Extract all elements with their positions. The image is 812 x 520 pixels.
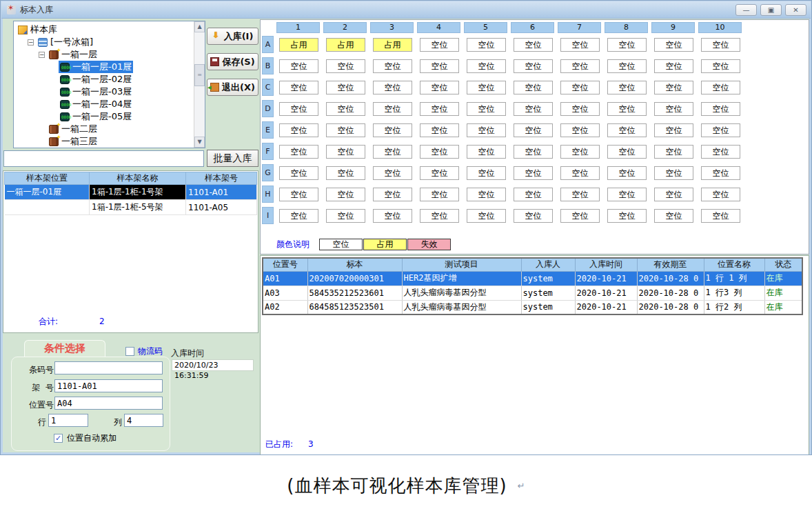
grid-cell-E4[interactable]: 空位 (420, 123, 459, 137)
grid-cell-F3[interactable]: 空位 (373, 145, 412, 159)
grid-cell-F4[interactable]: 空位 (420, 145, 459, 159)
grid-cell-D3[interactable]: 空位 (373, 102, 412, 116)
grid-cell-D4[interactable]: 空位 (420, 102, 459, 116)
auto-accumulate-checkbox[interactable]: ✓ (54, 434, 63, 443)
grid-cell-E3[interactable]: 空位 (373, 123, 412, 137)
grid-cell-B5[interactable]: 空位 (467, 59, 506, 73)
grid-cell-F6[interactable]: 空位 (514, 145, 553, 159)
grid-cell-I8[interactable]: 空位 (607, 209, 647, 223)
tree-item[interactable]: 一箱一层-02屉 (14, 73, 205, 86)
grid-cell-E7[interactable]: 空位 (560, 123, 600, 137)
logistics-checkbox[interactable] (125, 347, 134, 356)
tree-item-row[interactable]: [二号冰箱] (37, 148, 94, 148)
grid-cell-A5[interactable]: 空位 (467, 38, 506, 52)
grid-cell-D2[interactable]: 空位 (326, 102, 365, 116)
grid-cell-A10[interactable]: 空位 (701, 38, 740, 52)
grid-cell-F1[interactable]: 空位 (279, 145, 318, 159)
grid-cell-E6[interactable]: 空位 (514, 123, 553, 137)
grid-cell-C4[interactable]: 空位 (420, 81, 459, 94)
grid-cell-G8[interactable]: 空位 (607, 166, 647, 180)
rack-row[interactable]: 一箱一层-01屉1箱-1层-1柜-1号架1101-A01 (5, 185, 257, 200)
grid-cell-H1[interactable]: 空位 (279, 188, 318, 201)
tree-scrollbar[interactable]: ▲ ≡ ▼ (194, 21, 205, 148)
grid-cell-F2[interactable]: 空位 (326, 145, 365, 159)
grid-cell-F8[interactable]: 空位 (607, 145, 647, 159)
rack-row[interactable]: 1箱-1层-1柜-5号架1101-A05 (5, 200, 257, 215)
grid-cell-I9[interactable]: 空位 (654, 209, 693, 223)
grid-cell-B7[interactable]: 空位 (560, 59, 600, 73)
grid-cell-C3[interactable]: 空位 (373, 81, 412, 94)
grid-cell-D7[interactable]: 空位 (560, 102, 600, 116)
grid-cell-F10[interactable]: 空位 (701, 145, 740, 159)
scroll-up-icon[interactable]: ▲ (194, 21, 205, 32)
barcode-field[interactable] (54, 361, 163, 374)
grid-cell-A6[interactable]: 空位 (514, 38, 553, 52)
tree-item[interactable]: 一箱一层-05屉 (14, 110, 205, 123)
grid-cell-D8[interactable]: 空位 (607, 102, 647, 116)
grid-cell-B10[interactable]: 空位 (701, 59, 740, 73)
grid-cell-A9[interactable]: 空位 (654, 38, 693, 52)
expander-minus-icon[interactable]: − (39, 52, 45, 58)
close-button[interactable]: ✕ (785, 4, 806, 16)
scroll-thumb[interactable]: ≡ (194, 64, 205, 86)
grid-cell-B2[interactable]: 空位 (326, 59, 365, 73)
grid-cell-G10[interactable]: 空位 (701, 166, 740, 180)
grid-cell-C5[interactable]: 空位 (467, 81, 506, 94)
sample-row[interactable]: A03584535212523601人乳头瘤病毒基因分型system2020-1… (263, 286, 802, 300)
tree-item-row[interactable]: 一箱一层-02屉 (59, 73, 133, 86)
grid-cell-I6[interactable]: 空位 (514, 209, 553, 223)
tree-item-row[interactable]: 一箱一层-05屉 (59, 110, 133, 123)
grid-cell-B9[interactable]: 空位 (654, 59, 693, 73)
grid-cell-F5[interactable]: 空位 (467, 145, 506, 159)
tree-item-row[interactable]: 一箱一层-01屉 (59, 61, 133, 73)
grid-cell-F9[interactable]: 空位 (654, 145, 693, 159)
grid-cell-H8[interactable]: 空位 (607, 188, 647, 201)
grid-cell-A8[interactable]: 空位 (607, 38, 647, 52)
grid-cell-G1[interactable]: 空位 (279, 166, 318, 180)
grid-cell-G9[interactable]: 空位 (654, 166, 693, 180)
tree-item[interactable]: −一箱一层 (14, 48, 205, 61)
grid-cell-I7[interactable]: 空位 (560, 209, 600, 223)
grid-cell-H7[interactable]: 空位 (560, 188, 600, 201)
grid-cell-D10[interactable]: 空位 (701, 102, 740, 116)
tree-item-row[interactable]: [一号冰箱] (37, 36, 94, 48)
grid-cell-D5[interactable]: 空位 (467, 102, 506, 116)
scroll-down-icon[interactable]: ▼ (194, 137, 205, 148)
tree-item-row[interactable]: 一箱二层 (48, 123, 99, 135)
tree-item[interactable]: −[一号冰箱] (14, 36, 205, 48)
tab-condition-select[interactable]: 条件选择 (24, 340, 105, 357)
tree-item-row[interactable]: 一箱三层 (48, 135, 99, 148)
col-field[interactable] (124, 414, 163, 427)
grid-cell-E10[interactable]: 空位 (701, 123, 740, 137)
tree-item[interactable]: 一箱三层 (14, 135, 205, 148)
grid-cell-E9[interactable]: 空位 (654, 123, 693, 137)
sample-row[interactable]: A01202007020000301HER2基因扩增system2020-10-… (263, 271, 802, 286)
grid-cell-G3[interactable]: 空位 (373, 166, 412, 180)
position-no-field[interactable] (54, 397, 163, 410)
grid-cell-A3[interactable]: 占用 (373, 38, 412, 52)
grid-cell-A4[interactable]: 空位 (420, 38, 459, 52)
grid-cell-H5[interactable]: 空位 (467, 188, 506, 201)
rack-no-field[interactable] (54, 379, 163, 392)
tree-item[interactable]: 一箱二层 (14, 123, 205, 135)
grid-cell-C10[interactable]: 空位 (701, 81, 740, 94)
tree-item-row[interactable]: 一箱一层 (48, 48, 99, 61)
grid-cell-B4[interactable]: 空位 (420, 59, 459, 73)
sample-row[interactable]: A02684585123523501人乳头瘤病毒基因分型system2020-1… (263, 300, 802, 314)
grid-cell-F7[interactable]: 空位 (560, 145, 600, 159)
grid-cell-B1[interactable]: 空位 (279, 59, 318, 73)
grid-cell-I2[interactable]: 空位 (326, 209, 365, 223)
tree-item-row[interactable]: 样本库 (17, 23, 59, 36)
restore-button[interactable]: ▣ (760, 4, 782, 16)
grid-cell-B8[interactable]: 空位 (607, 59, 647, 73)
grid-cell-C2[interactable]: 空位 (326, 81, 365, 94)
grid-cell-C6[interactable]: 空位 (514, 81, 553, 94)
store-button[interactable]: 入库(I) (207, 28, 258, 45)
grid-cell-H3[interactable]: 空位 (373, 188, 412, 201)
exit-button[interactable]: 退出(X) (207, 79, 258, 96)
grid-cell-H10[interactable]: 空位 (701, 188, 740, 201)
grid-cell-C7[interactable]: 空位 (560, 81, 600, 94)
batch-store-button[interactable]: 批量入库 (207, 150, 258, 167)
grid-cell-C1[interactable]: 空位 (279, 81, 318, 94)
grid-cell-D6[interactable]: 空位 (514, 102, 553, 116)
